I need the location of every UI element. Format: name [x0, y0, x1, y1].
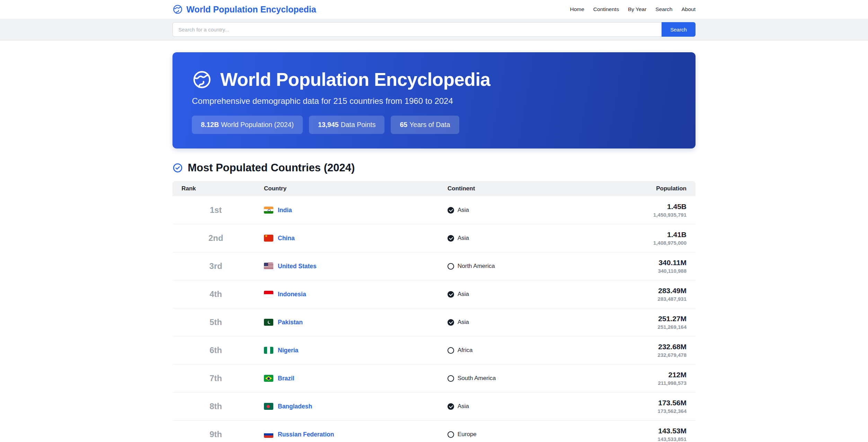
continent-label: Asia — [458, 319, 469, 326]
table-row: 3rd United States North America 340.11M … — [172, 252, 696, 280]
population-exact: 251,269,164 — [592, 324, 687, 330]
nav-link-continents[interactable]: Continents — [593, 6, 619, 12]
population-exact: 232,679,478 — [592, 352, 687, 358]
continent-label: South America — [458, 375, 496, 382]
table-header-row: Rank Country Continent Population — [172, 181, 696, 196]
country-flag-icon — [264, 291, 273, 298]
continent-status-icon — [448, 403, 454, 410]
country-link[interactable]: Nigeria — [278, 347, 298, 354]
population-cell: 340.11M 340,110,988 — [592, 259, 696, 274]
continent-label: Asia — [458, 235, 469, 242]
country-link[interactable]: India — [278, 207, 292, 214]
continent-label: Asia — [458, 403, 469, 410]
continent-label: Africa — [458, 347, 472, 354]
country-link[interactable]: United States — [278, 263, 317, 270]
nav-links: Home Continents By Year Search About — [570, 6, 696, 12]
continent-label: Europe — [458, 431, 477, 438]
country-cell: United States — [259, 263, 443, 270]
header-rank: Rank — [172, 185, 259, 192]
continent-cell: Asia — [443, 291, 592, 298]
country-link[interactable]: Russian Federation — [278, 431, 334, 438]
population-cell: 1.45B 1,450,935,791 — [592, 202, 696, 218]
country-flag-icon — [264, 207, 273, 214]
stat-pill-world-population: 8.12BWorld Population (2024) — [192, 116, 303, 134]
population-exact: 211,998,573 — [592, 380, 687, 386]
rank-cell: 6th — [172, 345, 259, 355]
continent-cell: Asia — [443, 235, 592, 242]
continent-cell: South America — [443, 375, 592, 382]
section-title: Most Populated Countries (2024) — [188, 162, 355, 174]
country-cell: India — [259, 207, 443, 214]
population-cell: 251.27M 251,269,164 — [592, 315, 696, 330]
hero-title: World Population Encyclopedia — [220, 69, 490, 90]
table-row: 6th Nigeria Africa 232.68M 232,679,478 — [172, 336, 696, 364]
population-cell: 143.53M 143,533,851 — [592, 427, 696, 442]
population-cell: 212M 211,998,573 — [592, 371, 696, 386]
search-strip: Search — [0, 19, 868, 40]
population-exact: 173,562,364 — [592, 408, 687, 414]
rank-cell: 5th — [172, 317, 259, 327]
population-cell: 232.68M 232,679,478 — [592, 343, 696, 358]
country-cell: Nigeria — [259, 347, 443, 354]
continent-status-icon — [448, 347, 454, 354]
stat-value: 65 — [400, 121, 407, 128]
brand-link[interactable]: World Population Encyclopedia — [172, 4, 316, 15]
continent-status-icon — [448, 291, 454, 298]
population-cell: 1.41B 1,408,975,000 — [592, 231, 696, 246]
search-input[interactable] — [172, 22, 662, 37]
continent-label: North America — [458, 263, 495, 270]
globe-icon — [192, 70, 212, 90]
country-flag-icon — [264, 235, 273, 242]
nav-link-by-year[interactable]: By Year — [628, 6, 646, 12]
country-cell: Brazil — [259, 375, 443, 382]
continent-status-icon — [448, 319, 454, 326]
population-exact: 340,110,988 — [592, 268, 687, 274]
table-row: 1st India Asia 1.45B 1,450,935,791 — [172, 196, 696, 224]
continent-status-icon — [448, 375, 454, 382]
population-short: 283.49M — [592, 287, 687, 295]
country-cell: Indonesia — [259, 291, 443, 298]
nav-link-about[interactable]: About — [681, 6, 696, 12]
stat-value: 13,945 — [318, 121, 339, 128]
population-cell: 283.49M 283,487,931 — [592, 287, 696, 302]
population-exact: 1,408,975,000 — [592, 240, 687, 246]
country-cell: Bangladesh — [259, 403, 443, 410]
continent-label: Asia — [458, 207, 469, 214]
stat-label: World Population (2024) — [221, 121, 294, 128]
population-short: 212M — [592, 371, 687, 379]
table-row: 4th Indonesia Asia 283.49M 283,487,931 — [172, 280, 696, 308]
hero-banner: World Population Encyclopedia Comprehens… — [172, 52, 696, 148]
continent-status-icon — [448, 431, 454, 438]
hero-stats: 8.12BWorld Population (2024) 13,945Data … — [192, 116, 676, 134]
rank-cell: 8th — [172, 402, 259, 411]
continent-cell: North America — [443, 263, 592, 270]
population-exact: 283,487,931 — [592, 296, 687, 302]
search-button[interactable]: Search — [662, 22, 696, 37]
rank-cell: 3rd — [172, 261, 259, 271]
rank-cell: 2nd — [172, 233, 259, 243]
table-row: 8th Bangladesh Asia 173.56M 173,562,364 — [172, 393, 696, 421]
country-flag-icon — [264, 431, 273, 438]
stat-label: Years of Data — [409, 121, 450, 128]
nav-link-search[interactable]: Search — [655, 6, 672, 12]
country-link[interactable]: Indonesia — [278, 291, 306, 298]
country-flag-icon — [264, 347, 273, 354]
population-short: 173.56M — [592, 399, 687, 407]
table-row: 9th Russian Federation Europe 143.53M 14… — [172, 421, 696, 442]
continent-status-icon — [448, 235, 454, 242]
country-flag-icon — [264, 319, 273, 326]
country-link[interactable]: Pakistan — [278, 319, 303, 326]
rank-cell: 9th — [172, 430, 259, 439]
continent-cell: Asia — [443, 403, 592, 410]
country-link[interactable]: Bangladesh — [278, 403, 312, 410]
nav-link-home[interactable]: Home — [570, 6, 584, 12]
hero-subtitle: Comprehensive demographic data for 215 c… — [192, 96, 676, 106]
country-link[interactable]: Brazil — [278, 375, 294, 382]
rank-cell: 1st — [172, 205, 259, 215]
most-populated-table: Rank Country Continent Population 1st In… — [172, 181, 696, 442]
table-row: 2nd China Asia 1.41B 1,408,975,000 — [172, 224, 696, 252]
population-short: 1.41B — [592, 231, 687, 239]
country-link[interactable]: China — [278, 235, 295, 242]
population-short: 340.11M — [592, 259, 687, 267]
country-flag-icon — [264, 375, 273, 382]
